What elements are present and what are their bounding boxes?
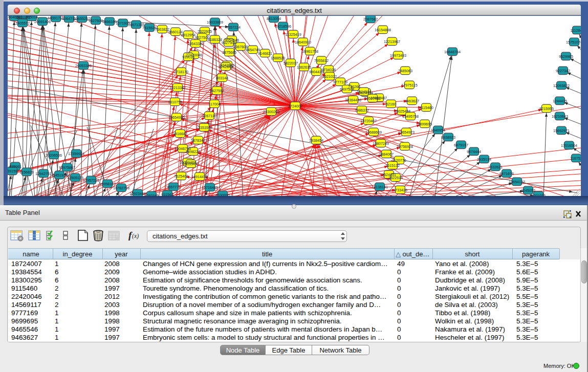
svg-text:8912954: 8912954 — [181, 33, 195, 37]
svg-text:931562: 931562 — [161, 192, 173, 196]
svg-text:16154808: 16154808 — [375, 28, 391, 32]
svg-text:7515526: 7515526 — [142, 26, 157, 30]
svg-text:20364436: 20364436 — [345, 98, 361, 102]
svg-text:14136141: 14136141 — [372, 185, 388, 189]
svg-text:7357224: 7357224 — [226, 25, 241, 30]
svg-text:10688609: 10688609 — [365, 130, 382, 135]
svg-text:9463627: 9463627 — [405, 99, 419, 103]
svg-text:(x): (x) — [132, 232, 139, 239]
svg-text:7955812: 7955812 — [314, 58, 329, 63]
svg-text:8938923: 8938923 — [441, 135, 455, 140]
svg-text:3875685: 3875685 — [222, 50, 236, 55]
svg-text:9734028: 9734028 — [321, 68, 336, 72]
svg-text:9884067: 9884067 — [379, 152, 394, 157]
svg-text:803144: 803144 — [216, 76, 228, 80]
svg-text:7663822: 7663822 — [155, 27, 169, 32]
svg-text:12213967: 12213967 — [384, 39, 400, 44]
svg-text:7632621: 7632621 — [488, 165, 503, 169]
svg-text:1916682: 1916682 — [173, 132, 187, 136]
svg-text:116753: 116753 — [570, 156, 581, 161]
svg-text:70756928: 70756928 — [397, 144, 413, 149]
svg-text:1156829: 1156829 — [19, 170, 33, 174]
svg-text:2522514: 2522514 — [388, 176, 403, 180]
svg-text:10655257: 10655257 — [74, 16, 90, 21]
svg-text:9146821: 9146821 — [258, 51, 272, 56]
svg-text:17359924: 17359924 — [68, 151, 84, 156]
svg-text:13353594: 13353594 — [196, 125, 212, 130]
svg-text:10507488: 10507488 — [364, 96, 381, 101]
svg-text:19654935: 19654935 — [168, 115, 185, 120]
svg-text:16782759: 16782759 — [113, 186, 129, 190]
svg-text:12505135: 12505135 — [67, 176, 83, 180]
svg-text:18807249: 18807249 — [373, 141, 389, 146]
svg-text:9529965: 9529965 — [559, 54, 573, 59]
svg-text:1938454: 1938454 — [309, 138, 323, 143]
svg-text:9242848: 9242848 — [219, 64, 233, 69]
svg-text:10543382: 10543382 — [187, 41, 204, 46]
svg-text:19654923: 19654923 — [398, 130, 415, 135]
svg-text:16210643: 16210643 — [552, 114, 568, 119]
svg-text:9245052: 9245052 — [521, 188, 535, 193]
svg-text:9660124: 9660124 — [168, 30, 183, 34]
svg-text:5822017: 5822017 — [284, 61, 298, 65]
svg-text:10033809: 10033809 — [207, 20, 223, 25]
svg-text:1244415: 1244415 — [553, 99, 567, 103]
svg-text:2322605: 2322605 — [198, 29, 212, 34]
svg-text:17016504: 17016504 — [561, 143, 577, 148]
svg-text:15720407: 15720407 — [360, 119, 377, 123]
svg-text:6497508: 6497508 — [340, 87, 354, 92]
svg-text:1733426: 1733426 — [393, 188, 407, 192]
svg-text:8413054: 8413054 — [267, 16, 281, 21]
svg-text:1810755: 1810755 — [168, 100, 182, 104]
svg-text:9899695: 9899695 — [418, 122, 432, 126]
svg-text:10973493: 10973493 — [390, 53, 406, 58]
svg-text:9427552: 9427552 — [210, 89, 224, 93]
svg-text:62160: 62160 — [386, 102, 396, 106]
svg-text:835061: 835061 — [9, 164, 21, 169]
svg-text:10025458: 10025458 — [394, 109, 410, 114]
svg-text:16648784: 16648784 — [444, 50, 461, 54]
svg-text:9115460: 9115460 — [419, 105, 433, 110]
svg-text:11451914: 11451914 — [51, 173, 67, 178]
svg-text:1527602: 1527602 — [89, 18, 103, 23]
svg-text:2718170: 2718170 — [174, 70, 188, 74]
svg-text:39159: 39159 — [8, 169, 17, 173]
svg-text:1588520: 1588520 — [271, 56, 285, 60]
svg-text:6466160: 6466160 — [102, 19, 117, 24]
svg-text:15751074: 15751074 — [566, 40, 581, 45]
svg-text:16961758: 16961758 — [302, 49, 318, 54]
svg-text:19391711: 19391711 — [48, 16, 63, 20]
svg-text:8186328: 8186328 — [208, 37, 222, 42]
svg-text:12213382: 12213382 — [169, 85, 186, 90]
svg-text:15716485: 15716485 — [202, 185, 218, 190]
svg-text:23300203: 23300203 — [263, 110, 279, 114]
svg-text:12942757: 12942757 — [35, 171, 52, 176]
svg-text:18640910: 18640910 — [295, 40, 311, 45]
svg-text:6879197: 6879197 — [454, 143, 468, 147]
svg-text:7625402: 7625402 — [174, 174, 188, 179]
svg-text:17975115: 17975115 — [401, 83, 417, 87]
svg-text:8471676: 8471676 — [499, 171, 514, 176]
svg-text:9227342: 9227342 — [556, 69, 570, 73]
svg-text:26053346: 26053346 — [75, 63, 92, 68]
svg-text:15495758: 15495758 — [402, 114, 419, 119]
svg-text:5498222: 5498222 — [186, 149, 200, 154]
svg-text:1724007: 1724007 — [288, 104, 302, 108]
svg-text:1362615: 1362615 — [297, 65, 311, 70]
svg-text:7986372: 7986372 — [355, 108, 369, 113]
svg-text:1615132: 1615132 — [385, 163, 400, 168]
svg-text:19218596: 19218596 — [275, 24, 291, 29]
svg-text:12093822: 12093822 — [553, 83, 570, 88]
svg-text:14914479: 14914479 — [191, 174, 208, 179]
svg-text:1640954: 1640954 — [431, 128, 445, 133]
svg-text:3267110: 3267110 — [202, 114, 216, 118]
svg-text:17957225: 17957225 — [83, 178, 99, 183]
svg-text:9657771: 9657771 — [166, 185, 181, 189]
svg-text:1120776: 1120776 — [392, 158, 406, 163]
svg-text:7485063: 7485063 — [398, 69, 412, 73]
svg-text:5878342: 5878342 — [191, 138, 205, 143]
svg-text:16099470: 16099470 — [183, 162, 199, 166]
svg-text:15692971: 15692971 — [553, 128, 570, 133]
svg-text:1112842: 1112842 — [571, 28, 581, 33]
svg-text:8215955: 8215955 — [539, 106, 554, 111]
